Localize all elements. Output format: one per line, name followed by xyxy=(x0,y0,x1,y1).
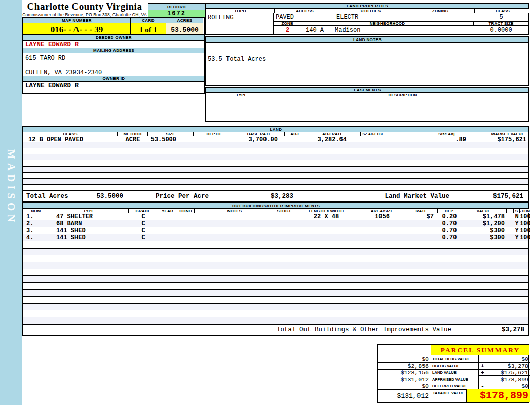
ob-cell-area_size: 1056 xyxy=(359,213,405,220)
land-totals-row: Total Acres 53.5000 Price Per Acre $3,28… xyxy=(23,191,528,201)
utilities-value: ELECTR xyxy=(334,13,405,21)
land-cell-class: 12 B OPEN PAVED xyxy=(23,136,118,142)
ob-cell-grade: C xyxy=(129,227,158,234)
land-notes-label: LAND NOTES xyxy=(206,37,528,43)
record-box: RECORD 1672 xyxy=(148,3,205,17)
easements-label: EASEMENTS xyxy=(206,88,528,93)
mailing-address-label: MAILING ADDRESS xyxy=(23,48,204,53)
taxable-value: $178,899 xyxy=(467,389,530,402)
parcel-summary-row: $131,012APPRAISED VALUE$178,899 xyxy=(378,376,528,382)
out-buildings-table: OUT BUILDINGS/OTHER IMPROVEMENTS NUM TYP… xyxy=(22,202,529,336)
ob-col-s: S xyxy=(514,209,520,213)
ob-cell-area_size xyxy=(359,227,405,234)
ob-cell-pct_comp: 100% xyxy=(520,234,530,241)
land-section-label: LAND xyxy=(23,127,528,132)
land-col-method: METHOD xyxy=(118,132,148,136)
ob-cell-length_width: 22 X 48 xyxy=(293,213,359,220)
ob-cell-dep: 0.70 xyxy=(438,227,461,234)
access-value: PAVED xyxy=(274,13,334,21)
ob-col-gap xyxy=(507,209,514,213)
topo-header: TOPO xyxy=(206,9,275,13)
easement-type-header: TYPE xyxy=(206,93,277,97)
land-cell-depth xyxy=(194,136,234,142)
ob-cell-sthgt xyxy=(275,213,293,220)
ob-cell-notes xyxy=(195,213,275,220)
ob-empty-row xyxy=(23,310,528,317)
easement-description-header: DESCRIPTION xyxy=(277,93,528,97)
class-value: 5 xyxy=(474,13,528,21)
ob-cell-year xyxy=(158,234,177,241)
parcel-summary-row: $0DEFERRED VALUE-$0 xyxy=(378,382,528,389)
ob-cell-value: $300 xyxy=(461,234,507,241)
ob-cell-type: 68 BARN xyxy=(49,220,129,227)
ob-col-type: TYPE xyxy=(49,209,129,213)
out-buildings-total-row: Total Out Buildings & Other Improvements… xyxy=(23,325,528,335)
land-notes-text: 53.5 Total Acres xyxy=(206,43,528,63)
ob-cell-pct_comp: 100% xyxy=(520,227,530,234)
class-header: CLASS xyxy=(475,9,530,13)
land-col-size-adj: Size Adj xyxy=(406,132,487,136)
ob-cell-type: 141 SHED xyxy=(49,234,129,241)
ob-cell-length_width xyxy=(293,220,359,227)
neighborhood-code: 140 A xyxy=(306,27,324,34)
land-market-value-label: Land Market Value xyxy=(385,193,449,200)
ob-cell-sthgt xyxy=(275,227,293,234)
ob-col-length-width: LENGTH X WIDTH xyxy=(293,209,359,213)
deeded-owner-label: DEEDED OWNER xyxy=(23,35,204,40)
land-cell-market_value: $175,621 xyxy=(487,136,528,142)
land-properties-label: LAND PROPERTIES xyxy=(206,4,528,9)
ob-cell-dep: 0.20 xyxy=(438,213,461,220)
neighborhood-value: 140 AMadison xyxy=(301,26,474,34)
land-table: LAND CLASS METHOD SIZE DEPTH BASE RATE A… xyxy=(22,126,529,202)
land-empty-row xyxy=(23,142,528,148)
ob-col-area-size: AREA/SIZE xyxy=(359,209,405,213)
acres-label: ACRES xyxy=(166,18,203,23)
land-cell-size_adj: .89 xyxy=(406,136,487,142)
out-buildings-total-value: $3,278 xyxy=(451,326,528,333)
land-data-row: 12 B OPEN PAVEDACRE53.50003,700.003,282.… xyxy=(23,136,528,142)
easements-box: EASEMENTS TYPE DESCRIPTION xyxy=(205,87,529,122)
land-col-market-value: MARKET VALUE xyxy=(487,132,528,136)
ob-cell-rate: $7 xyxy=(405,213,438,220)
ob-col-pct-comp: % COMP xyxy=(520,209,530,213)
ob-cell-value: $1,478 xyxy=(461,213,507,220)
land-col-size: SIZE xyxy=(148,132,194,136)
land-empty-row xyxy=(23,173,528,179)
ob-cell-gap xyxy=(507,227,514,234)
zone-value: 2 xyxy=(274,26,301,34)
ob-cell-s: Y xyxy=(514,220,520,227)
land-col-base-rate: BASE RATE xyxy=(234,132,285,136)
ob-cell-grade: C xyxy=(129,234,158,241)
ob-cell-num: 4. xyxy=(23,234,49,241)
county-header: Charlotte County Virginia Commissioner o… xyxy=(22,1,147,17)
ob-cell-num: 2. xyxy=(23,220,49,227)
ob-cell-type: 141 SHED xyxy=(49,227,129,234)
parcel-operator xyxy=(481,356,488,362)
parcel-summary-blank-cell xyxy=(378,345,431,355)
map-number-label: MAP NUMBER xyxy=(23,18,131,23)
ob-cell-area_size xyxy=(359,220,405,227)
zoning-value xyxy=(405,13,474,21)
taxable-value-label: TAXABLE VALUE xyxy=(431,389,467,402)
taxable-prior-value: $131,012 xyxy=(378,389,431,402)
ob-cell-year xyxy=(158,227,177,234)
out-buildings-section-label: OUT BUILDINGS/OTHER IMPROVEMENTS xyxy=(23,203,528,208)
address-line-1: 615 TARO RD xyxy=(25,55,204,62)
ob-cell-pct_comp: 100% xyxy=(520,220,530,227)
land-cell-method: ACRE xyxy=(118,136,148,142)
ob-empty-row xyxy=(23,297,528,304)
parcel-operator: - xyxy=(481,383,488,389)
parcel-summary: PARCEL SUMMARY $0TOTAL BLDG VALUE$0$2,85… xyxy=(377,344,529,403)
ob-cell-sthgt xyxy=(275,234,293,241)
ob-cell-grade: C xyxy=(129,220,158,227)
neighborhood-header: NEIGHBORHOOD xyxy=(301,22,474,25)
out-buildings-column-headers: NUM TYPE GRADE YEAR COND NOTES STHGT LEN… xyxy=(23,208,528,213)
ob-cell-notes xyxy=(195,234,275,241)
ob-cell-notes xyxy=(195,220,275,227)
land-cell-sz_adj_tbl xyxy=(361,136,386,142)
owner-id-label: OWNER ID xyxy=(23,76,204,82)
parcel-summary-rows: $0TOTAL BLDG VALUE$0$2,856OBLDG VALUE+$3… xyxy=(378,355,528,389)
ob-cell-num: 3. xyxy=(23,227,49,234)
ob-col-num: NUM xyxy=(23,209,49,213)
record-value: 1672 xyxy=(148,10,205,17)
